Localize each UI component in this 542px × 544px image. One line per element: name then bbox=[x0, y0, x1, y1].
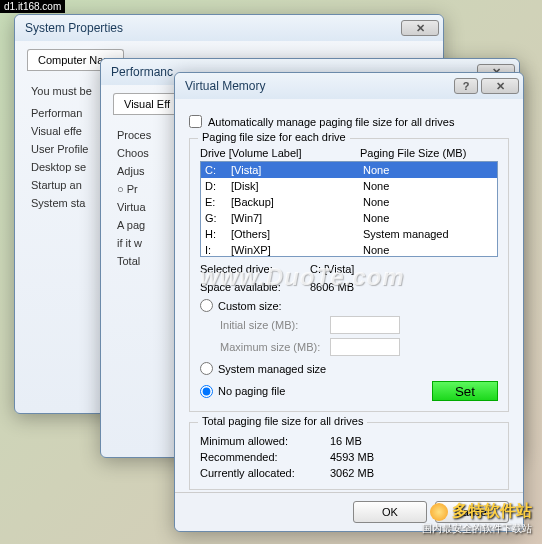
space-available-value: 8606 MB bbox=[310, 281, 354, 293]
auto-manage-checkbox[interactable] bbox=[189, 115, 202, 128]
tab-visual-effects[interactable]: Visual Eff bbox=[113, 93, 181, 114]
set-button[interactable]: Set bbox=[432, 381, 498, 401]
space-available-label: Space available: bbox=[200, 281, 310, 293]
drive-row[interactable]: I:[WinXP]None bbox=[201, 242, 497, 257]
max-size-input[interactable] bbox=[330, 338, 400, 356]
system-managed-label: System managed size bbox=[218, 363, 326, 375]
selected-drive-label: Selected drive: bbox=[200, 263, 310, 275]
watermark-duote-brand: 多特软件站 国内最安全的软件下载站 bbox=[422, 501, 532, 536]
virtual-memory-dialog: Virtual Memory ? ✕ Automatically manage … bbox=[174, 72, 524, 532]
drive-row[interactable]: H:[Others]System managed bbox=[201, 226, 497, 242]
close-icon[interactable]: ✕ bbox=[481, 78, 519, 94]
currently-allocated-label: Currently allocated: bbox=[200, 467, 330, 479]
close-icon[interactable]: ✕ bbox=[401, 20, 439, 36]
brand-dot-icon bbox=[430, 503, 448, 521]
drive-row[interactable]: G:[Win7]None bbox=[201, 210, 497, 226]
url-badge: d1.it168.com bbox=[0, 0, 65, 13]
totals-title: Total paging file size for all drives bbox=[198, 415, 367, 427]
vm-titlebar[interactable]: Virtual Memory ? ✕ bbox=[175, 73, 523, 99]
initial-size-label: Initial size (MB): bbox=[220, 319, 330, 331]
selected-drive-value: C: [Vista] bbox=[310, 263, 354, 275]
no-paging-radio[interactable] bbox=[200, 385, 213, 398]
drive-row[interactable]: E:[Backup]None bbox=[201, 194, 497, 210]
drive-row[interactable]: C:[Vista]None bbox=[201, 162, 497, 178]
help-icon[interactable]: ? bbox=[454, 78, 478, 94]
col-size-label: Paging File Size (MB) bbox=[360, 147, 466, 159]
recommended-value: 4593 MB bbox=[330, 451, 374, 463]
min-allowed-value: 16 MB bbox=[330, 435, 362, 447]
system-managed-radio[interactable] bbox=[200, 362, 213, 375]
ok-button[interactable]: OK bbox=[353, 501, 427, 523]
drive-group: Paging file size for each drive Drive [V… bbox=[189, 138, 509, 412]
recommended-label: Recommended: bbox=[200, 451, 330, 463]
totals-group: Total paging file size for all drives Mi… bbox=[189, 422, 509, 490]
currently-allocated-value: 3062 MB bbox=[330, 467, 374, 479]
sysprops-titlebar[interactable]: System Properties ✕ bbox=[15, 15, 443, 41]
no-paging-label: No paging file bbox=[218, 385, 285, 397]
col-drive-label: Drive [Volume Label] bbox=[200, 147, 360, 159]
min-allowed-label: Minimum allowed: bbox=[200, 435, 330, 447]
drive-list[interactable]: C:[Vista]NoneD:[Disk]NoneE:[Backup]NoneG… bbox=[200, 161, 498, 257]
drive-group-title: Paging file size for each drive bbox=[198, 131, 350, 143]
auto-manage-label: Automatically manage paging file size fo… bbox=[208, 116, 454, 128]
initial-size-input[interactable] bbox=[330, 316, 400, 334]
sysprops-title: System Properties bbox=[25, 21, 401, 35]
custom-size-label: Custom size: bbox=[218, 300, 282, 312]
max-size-label: Maximum size (MB): bbox=[220, 341, 330, 353]
drive-row[interactable]: D:[Disk]None bbox=[201, 178, 497, 194]
vm-title: Virtual Memory bbox=[185, 79, 454, 93]
custom-size-radio[interactable] bbox=[200, 299, 213, 312]
